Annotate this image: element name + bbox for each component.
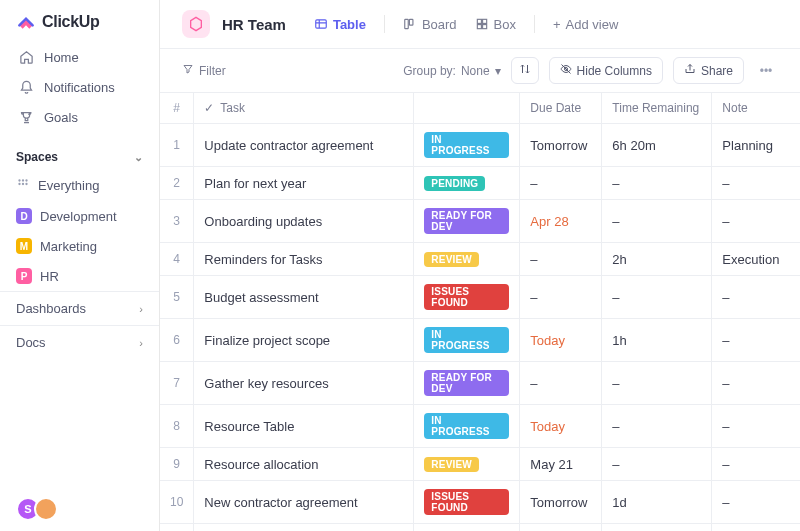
- filter-label: Filter: [199, 64, 226, 78]
- cell-time-remaining[interactable]: –: [602, 362, 712, 405]
- primary-nav: Home Notifications Goals: [0, 42, 159, 140]
- table-row[interactable]: 6 Finalize project scope IN PROGRESS Tod…: [160, 319, 800, 362]
- add-view[interactable]: + Add view: [553, 17, 618, 32]
- nav-notifications[interactable]: Notifications: [8, 72, 151, 102]
- cell-due-date[interactable]: Tomorrow: [520, 481, 602, 524]
- cell-due-date[interactable]: Apr 28: [520, 200, 602, 243]
- cell-status[interactable]: IN PROGRESS: [414, 405, 520, 448]
- sort-button[interactable]: [511, 57, 539, 84]
- cell-task[interactable]: New contractor agreement: [194, 481, 414, 524]
- cell-status[interactable]: IN PROGRESS: [414, 524, 520, 532]
- row-index: 9: [160, 448, 194, 481]
- cell-task[interactable]: Resource Table: [194, 405, 414, 448]
- cell-task[interactable]: Finalize project scope: [194, 319, 414, 362]
- table-row[interactable]: 11 Update key objectives IN PROGRESS – –…: [160, 524, 800, 532]
- table-row[interactable]: 10 New contractor agreement ISSUES FOUND…: [160, 481, 800, 524]
- col-note[interactable]: Note: [712, 93, 800, 124]
- cell-time-remaining[interactable]: 1h: [602, 319, 712, 362]
- more-menu[interactable]: •••: [754, 64, 778, 78]
- cell-status[interactable]: IN PROGRESS: [414, 124, 520, 167]
- cell-status[interactable]: ISSUES FOUND: [414, 481, 520, 524]
- filter-button[interactable]: Filter: [182, 63, 226, 78]
- cell-note[interactable]: –: [712, 276, 800, 319]
- cell-status[interactable]: READY FOR DEV: [414, 200, 520, 243]
- cell-due-date[interactable]: –: [520, 243, 602, 276]
- table-row[interactable]: 9 Resource allocation REVIEW May 21 – –: [160, 448, 800, 481]
- nav-home[interactable]: Home: [8, 42, 151, 72]
- cell-time-remaining[interactable]: 1d: [602, 481, 712, 524]
- space-item[interactable]: MMarketing: [0, 231, 159, 261]
- cell-status[interactable]: ISSUES FOUND: [414, 276, 520, 319]
- cell-due-date[interactable]: Today: [520, 319, 602, 362]
- cell-time-remaining[interactable]: –: [602, 405, 712, 448]
- col-status[interactable]: [414, 93, 520, 124]
- nav-docs[interactable]: Docs ›: [0, 325, 159, 359]
- cell-task[interactable]: Onboarding updates: [194, 200, 414, 243]
- cell-time-remaining[interactable]: –: [602, 448, 712, 481]
- table-row[interactable]: 5 Budget assessment ISSUES FOUND – – –: [160, 276, 800, 319]
- table-scroll[interactable]: # ✓ Task Due Date Time Remaining Note 1 …: [160, 93, 800, 531]
- cell-note[interactable]: –: [712, 200, 800, 243]
- share-button[interactable]: Share: [673, 57, 744, 84]
- cell-task[interactable]: Plan for next year: [194, 167, 414, 200]
- cell-due-date[interactable]: –: [520, 167, 602, 200]
- cell-time-remaining[interactable]: –: [602, 200, 712, 243]
- col-index[interactable]: #: [160, 93, 194, 124]
- cell-note[interactable]: Planning: [712, 124, 800, 167]
- cell-task[interactable]: Reminders for Tasks: [194, 243, 414, 276]
- cell-due-date[interactable]: Tomorrow: [520, 124, 602, 167]
- cell-status[interactable]: REVIEW: [414, 243, 520, 276]
- col-remaining[interactable]: Time Remaining: [602, 93, 712, 124]
- cell-note[interactable]: –: [712, 481, 800, 524]
- nav-goals[interactable]: Goals: [8, 102, 151, 132]
- cell-time-remaining[interactable]: –: [602, 524, 712, 532]
- avatar[interactable]: [34, 497, 58, 521]
- table-row[interactable]: 8 Resource Table IN PROGRESS Today – –: [160, 405, 800, 448]
- spaces-header[interactable]: Spaces ⌄: [0, 140, 159, 170]
- table-row[interactable]: 2 Plan for next year PENDING – – –: [160, 167, 800, 200]
- cell-task[interactable]: Gather key resources: [194, 362, 414, 405]
- cell-task[interactable]: Resource allocation: [194, 448, 414, 481]
- table-row[interactable]: 1 Update contractor agreement IN PROGRES…: [160, 124, 800, 167]
- cell-note[interactable]: –: [712, 167, 800, 200]
- status-badge: IN PROGRESS: [424, 413, 509, 439]
- cell-status[interactable]: IN PROGRESS: [414, 319, 520, 362]
- cell-task[interactable]: Update contractor agreement: [194, 124, 414, 167]
- cell-time-remaining[interactable]: –: [602, 167, 712, 200]
- cell-time-remaining[interactable]: 6h 20m: [602, 124, 712, 167]
- view-box[interactable]: Box: [475, 17, 516, 32]
- cell-time-remaining[interactable]: –: [602, 276, 712, 319]
- cell-task[interactable]: Budget assessment: [194, 276, 414, 319]
- cell-note[interactable]: –: [712, 319, 800, 362]
- cell-note[interactable]: Execution: [712, 243, 800, 276]
- cell-status[interactable]: PENDING: [414, 167, 520, 200]
- nav-dashboards[interactable]: Dashboards ›: [0, 291, 159, 325]
- cell-due-date[interactable]: –: [520, 362, 602, 405]
- group-by-control[interactable]: Group by: None ▾: [403, 64, 500, 78]
- col-task[interactable]: ✓ Task: [194, 93, 414, 124]
- view-board[interactable]: Board: [403, 17, 457, 32]
- cell-due-date[interactable]: –: [520, 276, 602, 319]
- cell-status[interactable]: READY FOR DEV: [414, 362, 520, 405]
- col-due[interactable]: Due Date: [520, 93, 602, 124]
- cell-due-date[interactable]: May 21: [520, 448, 602, 481]
- cell-note[interactable]: –: [712, 448, 800, 481]
- cell-task[interactable]: Update key objectives: [194, 524, 414, 532]
- space-item[interactable]: PHR: [0, 261, 159, 291]
- cell-status[interactable]: REVIEW: [414, 448, 520, 481]
- space-everything[interactable]: Everything: [0, 170, 159, 201]
- sort-icon: [519, 63, 531, 78]
- cell-note[interactable]: –: [712, 405, 800, 448]
- cell-note[interactable]: –: [712, 362, 800, 405]
- cell-due-date[interactable]: Today: [520, 405, 602, 448]
- cell-time-remaining[interactable]: 2h: [602, 243, 712, 276]
- table-row[interactable]: 3 Onboarding updates READY FOR DEV Apr 2…: [160, 200, 800, 243]
- view-table[interactable]: Table: [314, 17, 366, 32]
- cell-note[interactable]: –: [712, 524, 800, 532]
- table-row[interactable]: 7 Gather key resources READY FOR DEV – –…: [160, 362, 800, 405]
- cell-due-date[interactable]: –: [520, 524, 602, 532]
- table-row[interactable]: 4 Reminders for Tasks REVIEW – 2h Execut…: [160, 243, 800, 276]
- hide-columns-button[interactable]: Hide Columns: [549, 57, 663, 84]
- space-item[interactable]: DDevelopment: [0, 201, 159, 231]
- status-badge: IN PROGRESS: [424, 132, 509, 158]
